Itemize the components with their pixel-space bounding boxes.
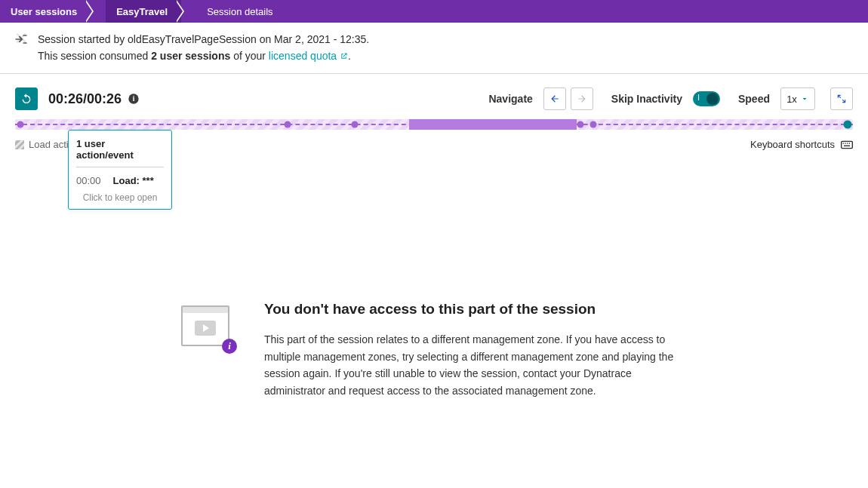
user-sessions-count: 2 user sessions bbox=[151, 50, 230, 62]
svg-rect-3 bbox=[843, 143, 844, 143]
speed-select[interactable]: 1x bbox=[780, 87, 815, 110]
timeline[interactable] bbox=[0, 119, 868, 130]
timeline-tooltip[interactable]: 1 user action/event 00:00 Load: *** Clic… bbox=[68, 130, 172, 210]
skip-inactivity-toggle[interactable] bbox=[693, 91, 720, 106]
playback-time: 00:26/00:26 i bbox=[48, 91, 140, 107]
text: Session started by bbox=[38, 33, 128, 45]
breadcrumb-separator bbox=[181, 0, 196, 23]
breadcrumb-item-user-sessions[interactable]: User sessions bbox=[0, 0, 91, 23]
skip-inactivity-label: Skip Inactivity bbox=[611, 93, 682, 105]
text: . bbox=[348, 50, 351, 62]
no-access-illustration: i bbox=[181, 305, 229, 346]
arrow-right-icon bbox=[577, 94, 587, 104]
session-datetime: Mar 2, 2021 - 12:35 bbox=[274, 33, 366, 45]
chevron-down-icon bbox=[800, 94, 809, 103]
text: This session consumed bbox=[38, 50, 151, 62]
info-icon[interactable]: i bbox=[128, 93, 140, 105]
session-user: oldEasyTravelPageSession bbox=[128, 33, 257, 45]
text: on bbox=[257, 33, 274, 45]
play-icon bbox=[195, 321, 216, 336]
link-label: licensed quota bbox=[269, 50, 337, 62]
breadcrumb: User sessions EasyTravel Session details bbox=[0, 0, 868, 23]
svg-text:i: i bbox=[133, 96, 135, 103]
nav-prev-button[interactable] bbox=[543, 87, 566, 110]
tooltip-keep-open-hint: Click to keep open bbox=[76, 192, 164, 203]
breadcrumb-item-session-details[interactable]: Session details bbox=[196, 0, 286, 23]
svg-rect-4 bbox=[845, 143, 845, 143]
info-badge-icon: i bbox=[222, 339, 237, 354]
breadcrumb-item-easytravel[interactable]: EasyTravel bbox=[106, 0, 181, 23]
breadcrumb-label: EasyTravel bbox=[116, 6, 168, 17]
licensed-quota-link[interactable]: licensed quota bbox=[269, 50, 348, 62]
svg-rect-5 bbox=[847, 143, 848, 143]
keyboard-icon bbox=[841, 140, 853, 149]
session-info-bar: Session started by oldEasyTravelPageSess… bbox=[0, 23, 868, 74]
session-consumption-line: This session consumed 2 user sessions of… bbox=[38, 48, 369, 65]
legend-label: Load actio bbox=[29, 139, 74, 150]
svg-rect-7 bbox=[844, 146, 850, 146]
time-total: 00:26 bbox=[87, 91, 122, 106]
fullscreen-button[interactable] bbox=[830, 87, 853, 110]
external-link-icon bbox=[340, 52, 348, 60]
keyboard-shortcuts-link[interactable]: Keyboard shortcuts bbox=[750, 139, 853, 150]
breadcrumb-label: User sessions bbox=[11, 6, 77, 17]
session-icon bbox=[14, 32, 29, 47]
navigate-label: Navigate bbox=[488, 93, 532, 105]
expand-icon bbox=[836, 94, 847, 104]
arrow-left-icon bbox=[549, 94, 560, 104]
replay-button[interactable] bbox=[15, 87, 38, 110]
replay-icon bbox=[20, 93, 32, 105]
hatched-swatch-icon bbox=[15, 140, 24, 149]
load-actions-legend: Load actio bbox=[15, 139, 74, 150]
breadcrumb-separator bbox=[91, 0, 106, 23]
nav-next-button[interactable] bbox=[571, 87, 593, 110]
speed-label: Speed bbox=[738, 93, 770, 105]
no-access-body: This part of the session relates to a di… bbox=[264, 331, 687, 399]
tooltip-timestamp: 00:00 bbox=[76, 175, 101, 186]
breadcrumb-label: Session details bbox=[207, 6, 272, 17]
time-current: 00:26 bbox=[48, 91, 83, 106]
tooltip-title: 1 user action/event bbox=[76, 138, 164, 167]
session-start-line: Session started by oldEasyTravelPageSess… bbox=[38, 32, 369, 48]
keyboard-shortcuts-label: Keyboard shortcuts bbox=[750, 139, 835, 150]
player-controls: 00:26/00:26 i Navigate Skip Inactivity S… bbox=[0, 74, 868, 119]
no-access-heading: You don't have access to this part of th… bbox=[264, 301, 687, 318]
speed-value: 1x bbox=[786, 94, 797, 105]
text: of your bbox=[230, 50, 269, 62]
svg-rect-6 bbox=[849, 143, 850, 143]
tooltip-event-label: Load: *** bbox=[113, 175, 154, 186]
svg-rect-2 bbox=[842, 141, 853, 148]
text: . bbox=[366, 33, 369, 45]
